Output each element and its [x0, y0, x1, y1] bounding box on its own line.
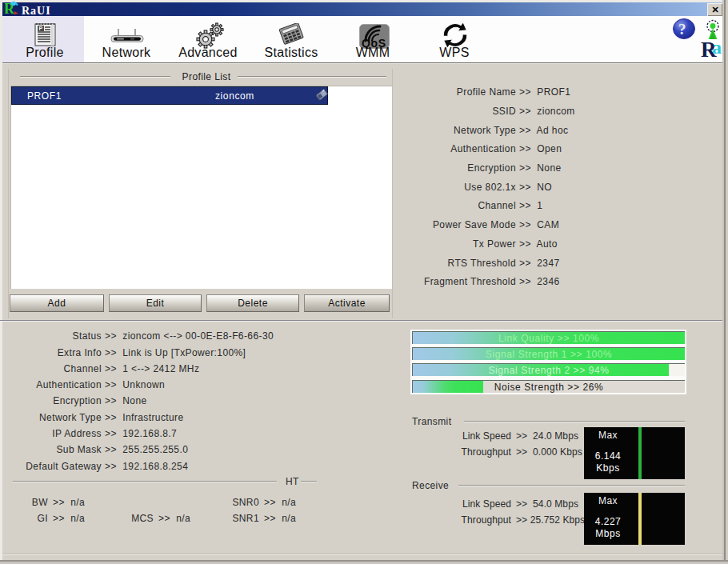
- svg-text:?: ?: [678, 21, 686, 38]
- svg-text:P: P: [39, 26, 43, 31]
